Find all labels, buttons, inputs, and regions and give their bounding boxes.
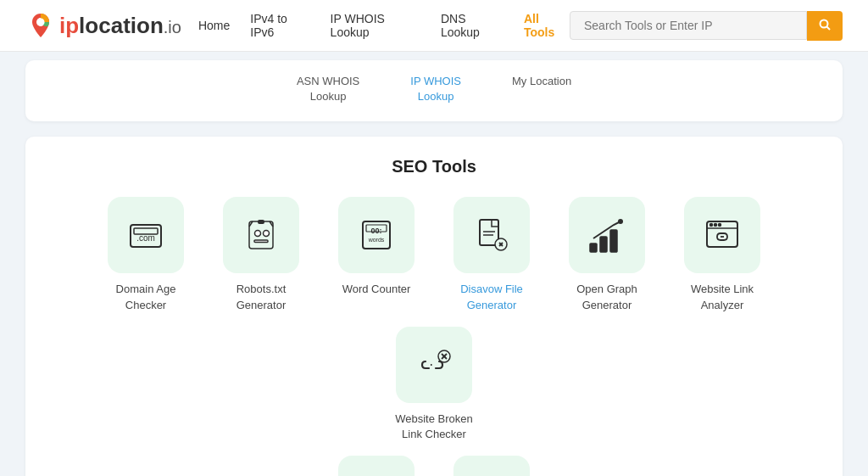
- svg-point-2: [37, 19, 45, 26]
- seo-tools-row2: www.[] www.[] www.[] Multiple URLsOpener: [51, 456, 817, 476]
- search-area: [570, 11, 843, 41]
- main-content: ASN WHOISLookup IP WHOISLookup My Locati…: [0, 52, 868, 476]
- ip-whois-lookup-tool[interactable]: IP WHOISLookup: [410, 74, 461, 104]
- my-location-tool[interactable]: My Location: [512, 74, 571, 104]
- svg-point-33: [719, 224, 721, 227]
- svg-point-32: [715, 224, 717, 227]
- svg-rect-12: [258, 220, 264, 224]
- search-input[interactable]: [570, 11, 807, 40]
- svg-point-3: [821, 20, 828, 27]
- domain-age-checker-tool[interactable]: .com Domain AgeChecker: [95, 197, 197, 312]
- seo-section: SEO Tools .com Domain AgeChecker: [25, 137, 843, 476]
- seo-section-title: SEO Tools: [51, 157, 817, 176]
- open-graph-generator-icon: [587, 215, 627, 255]
- robots-txt-generator-tool[interactable]: Robots.txtGenerator: [210, 197, 312, 312]
- svg-point-28: [618, 219, 623, 224]
- logo-text: iplocation.io: [59, 13, 181, 39]
- svg-text:words: words: [368, 237, 385, 243]
- disavow-file-label: Disavow FileGenerator: [460, 282, 523, 312]
- nav-all-tools[interactable]: All Tools: [524, 12, 570, 39]
- website-broken-link-icon: [414, 344, 454, 385]
- svg-rect-8: [249, 221, 273, 249]
- header: iplocation.io Home IPv4 to IPv6 IP WHOIS…: [0, 0, 868, 52]
- svg-text:00:: 00:: [370, 227, 381, 235]
- domain-age-icon: .com: [125, 215, 166, 255]
- main-nav: Home IPv4 to IPv6 IP WHOIS Lookup DNS Lo…: [198, 12, 570, 39]
- domain-age-label: Domain AgeChecker: [116, 282, 176, 312]
- word-counter-label: Word Counter: [342, 282, 411, 297]
- logo[interactable]: iplocation.io: [25, 10, 181, 41]
- seo-tools-row1: .com Domain AgeChecker: [51, 197, 817, 442]
- website-link-analyzer-label: Website LinkAnalyzer: [691, 282, 754, 312]
- asn-whois-lookup-tool[interactable]: ASN WHOISLookup: [297, 74, 359, 104]
- open-graph-generator-tool[interactable]: Open GraphGenerator: [556, 197, 658, 312]
- robots-txt-icon: [241, 215, 281, 255]
- search-button[interactable]: [807, 11, 843, 41]
- top-tools-section: ASN WHOISLookup IP WHOISLookup My Locati…: [25, 60, 843, 121]
- svg-rect-11: [254, 240, 268, 243]
- svg-point-31: [710, 224, 713, 227]
- nav-home[interactable]: Home: [198, 19, 230, 32]
- open-graph-generator-label: Open GraphGenerator: [576, 282, 637, 312]
- word-counter-tool[interactable]: 00: words Word Counter: [326, 197, 427, 312]
- open-graph-checker-tool[interactable]: Open GraphChecker: [441, 456, 542, 476]
- svg-rect-25: [590, 244, 597, 252]
- header-left: iplocation.io Home IPv4 to IPv6 IP WHOIS…: [25, 10, 570, 41]
- nav-ip-whois[interactable]: IP WHOIS Lookup: [331, 12, 420, 39]
- svg-rect-27: [610, 230, 617, 252]
- multiple-urls-opener-tool[interactable]: www.[] www.[] www.[] Multiple URLsOpener: [326, 456, 427, 476]
- website-link-analyzer-tool[interactable]: Website LinkAnalyzer: [671, 197, 773, 312]
- robots-txt-label: Robots.txtGenerator: [236, 282, 287, 312]
- website-broken-link-label: Website BrokenLink Checker: [395, 412, 473, 442]
- nav-ipv4-ipv6[interactable]: IPv4 to IPv6: [250, 12, 309, 39]
- svg-rect-26: [600, 237, 607, 252]
- logo-pin-icon: [25, 10, 56, 41]
- svg-point-10: [264, 231, 270, 237]
- svg-point-9: [255, 231, 261, 237]
- nav-dns-lookup[interactable]: DNS Lookup: [441, 12, 504, 39]
- disavow-file-icon: [471, 215, 512, 255]
- website-link-analyzer-icon: [702, 215, 743, 255]
- website-broken-link-checker-tool[interactable]: Website BrokenLink Checker: [383, 327, 485, 442]
- search-icon: [819, 19, 831, 31]
- disavow-file-generator-tool[interactable]: Disavow FileGenerator: [441, 197, 542, 312]
- word-counter-icon: 00: words: [356, 215, 397, 255]
- svg-rect-15: [363, 221, 390, 249]
- svg-line-4: [827, 26, 831, 30]
